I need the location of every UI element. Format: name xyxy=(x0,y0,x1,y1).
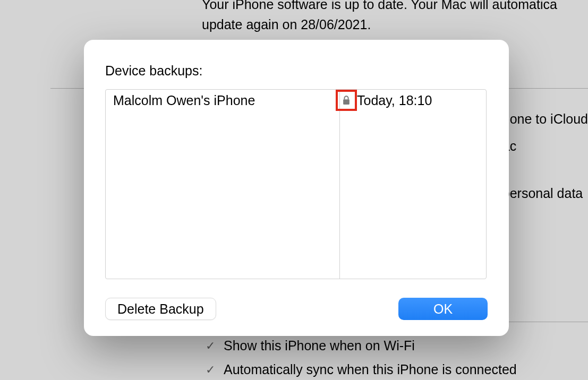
backup-row[interactable]: Today, 18:10 xyxy=(340,90,486,111)
lock-icon xyxy=(342,96,351,105)
backup-date-column: Today, 18:10 xyxy=(340,90,486,279)
backup-date: Today, 18:10 xyxy=(357,93,432,108)
backup-name-column: Malcolm Owen's iPhone xyxy=(106,90,340,279)
device-backups-dialog: Device backups: Malcolm Owen's iPhone To… xyxy=(84,40,509,336)
backup-list[interactable]: Malcolm Owen's iPhone Today, 18:10 xyxy=(105,89,487,279)
backup-device-name: Malcolm Owen's iPhone xyxy=(113,93,255,108)
dialog-title: Device backups: xyxy=(105,63,488,79)
dialog-button-row: Delete Backup OK xyxy=(105,298,488,320)
highlight-box xyxy=(336,90,357,111)
delete-backup-button[interactable]: Delete Backup xyxy=(105,298,216,320)
ok-button[interactable]: OK xyxy=(398,298,488,320)
svg-rect-0 xyxy=(343,99,350,105)
backup-row[interactable]: Malcolm Owen's iPhone xyxy=(106,90,339,111)
